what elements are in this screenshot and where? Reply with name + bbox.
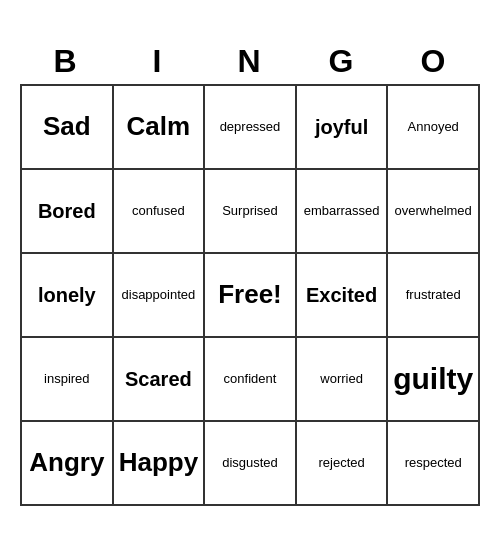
cell-text-r1-c3: embarrassed <box>304 203 380 219</box>
bingo-grid: SadCalmdepressedjoyfulAnnoyedBoredconfus… <box>20 84 480 506</box>
cell-text-r4-c3: rejected <box>318 455 364 471</box>
bingo-cell-r1-c3: embarrassed <box>297 170 389 254</box>
cell-text-r2-c3: Excited <box>306 283 377 307</box>
cell-text-r3-c0: inspired <box>44 371 90 387</box>
cell-text-r2-c1: disappointed <box>122 287 196 303</box>
bingo-cell-r4-c4: respected <box>388 422 480 506</box>
bingo-cell-r3-c3: worried <box>297 338 389 422</box>
bingo-card: BINGO SadCalmdepressedjoyfulAnnoyedBored… <box>20 39 480 506</box>
cell-text-r0-c2: depressed <box>220 119 281 135</box>
header-letter-G: G <box>296 39 388 84</box>
bingo-cell-r1-c1: confused <box>114 170 206 254</box>
bingo-cell-r2-c1: disappointed <box>114 254 206 338</box>
header-letter-N: N <box>204 39 296 84</box>
cell-text-r4-c4: respected <box>405 455 462 471</box>
cell-text-r3-c3: worried <box>320 371 363 387</box>
bingo-cell-r3-c1: Scared <box>114 338 206 422</box>
cell-text-r0-c3: joyful <box>315 115 368 139</box>
bingo-cell-r3-c4: guilty <box>388 338 480 422</box>
cell-text-r2-c0: lonely <box>38 283 96 307</box>
bingo-cell-r3-c2: confident <box>205 338 297 422</box>
bingo-cell-r2-c0: lonely <box>22 254 114 338</box>
cell-text-r0-c1: Calm <box>127 111 191 142</box>
header-letter-O: O <box>388 39 480 84</box>
bingo-cell-r0-c4: Annoyed <box>388 86 480 170</box>
bingo-cell-r4-c1: Happy <box>114 422 206 506</box>
cell-text-r3-c4: guilty <box>393 361 473 397</box>
bingo-cell-r0-c2: depressed <box>205 86 297 170</box>
cell-text-r2-c4: frustrated <box>406 287 461 303</box>
bingo-cell-r2-c2: Free! <box>205 254 297 338</box>
cell-text-r0-c0: Sad <box>43 111 91 142</box>
cell-text-r1-c2: Surprised <box>222 203 278 219</box>
cell-text-r4-c0: Angry <box>29 447 104 478</box>
cell-text-r1-c0: Bored <box>38 199 96 223</box>
bingo-cell-r0-c0: Sad <box>22 86 114 170</box>
cell-text-r2-c2: Free! <box>218 279 282 310</box>
bingo-cell-r0-c3: joyful <box>297 86 389 170</box>
header-letter-I: I <box>112 39 204 84</box>
bingo-cell-r2-c3: Excited <box>297 254 389 338</box>
cell-text-r3-c2: confident <box>224 371 277 387</box>
header-letter-B: B <box>20 39 112 84</box>
bingo-cell-r4-c3: rejected <box>297 422 389 506</box>
bingo-cell-r3-c0: inspired <box>22 338 114 422</box>
bingo-cell-r4-c0: Angry <box>22 422 114 506</box>
cell-text-r0-c4: Annoyed <box>408 119 459 135</box>
bingo-cell-r2-c4: frustrated <box>388 254 480 338</box>
bingo-cell-r1-c0: Bored <box>22 170 114 254</box>
bingo-header: BINGO <box>20 39 480 84</box>
cell-text-r1-c4: overwhelmed <box>395 203 472 219</box>
cell-text-r1-c1: confused <box>132 203 185 219</box>
bingo-cell-r1-c2: Surprised <box>205 170 297 254</box>
bingo-cell-r4-c2: disgusted <box>205 422 297 506</box>
cell-text-r4-c2: disgusted <box>222 455 278 471</box>
bingo-cell-r1-c4: overwhelmed <box>388 170 480 254</box>
bingo-cell-r0-c1: Calm <box>114 86 206 170</box>
cell-text-r4-c1: Happy <box>119 447 198 478</box>
cell-text-r3-c1: Scared <box>125 367 192 391</box>
